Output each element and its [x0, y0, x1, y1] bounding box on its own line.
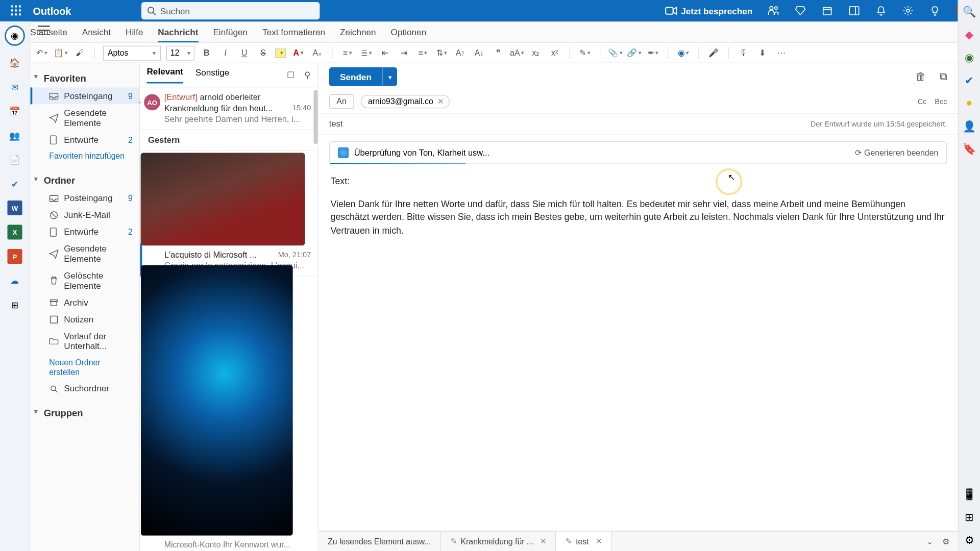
mic-button[interactable]: 🎤: [707, 46, 720, 59]
search-rail-icon[interactable]: 🔍: [963, 6, 975, 18]
files-rail-icon[interactable]: 📄: [8, 152, 22, 167]
more-apps-rail-icon[interactable]: ⊞: [8, 297, 22, 312]
message-item[interactable]: › AO [Entwurf] arnold oberleiter Krankme…: [140, 87, 317, 130]
undo-button[interactable]: ↶: [35, 46, 48, 59]
more-button[interactable]: ⋯: [775, 46, 788, 59]
gear-icon[interactable]: [902, 5, 914, 17]
nav-drafts[interactable]: Entwürfe2: [30, 131, 139, 148]
bullets-button[interactable]: ≡: [340, 46, 354, 59]
delete-draft-icon[interactable]: 🗑: [915, 70, 926, 83]
bell-icon[interactable]: [875, 5, 887, 17]
folders-section[interactable]: Ordner: [30, 171, 139, 190]
calendar-day-icon[interactable]: [821, 5, 834, 17]
dictate-button[interactable]: 🎙: [737, 46, 750, 59]
tabs-settings-icon[interactable]: ⚙: [942, 537, 950, 546]
subject-row[interactable]: test Der Entwurf wurde um 15:54 gespeich…: [318, 114, 958, 135]
stop-generating-button[interactable]: ⟳ Generieren beenden: [855, 148, 939, 157]
body-text[interactable]: Vielen Dank für Ihre netten Worte und da…: [330, 197, 945, 237]
italic-button[interactable]: I: [219, 46, 232, 59]
calendar-rail-icon[interactable]: 📅: [8, 104, 22, 118]
tab-draw[interactable]: Zeichnen: [340, 27, 376, 37]
signature-button[interactable]: ✒: [646, 46, 659, 59]
link-button[interactable]: 🔗: [627, 46, 641, 59]
nav-notes[interactable]: Notizen: [30, 311, 139, 328]
reading-tab-2[interactable]: ✎Krankmeldung für ...✕: [441, 532, 556, 551]
app-launcher-icon[interactable]: [0, 6, 32, 16]
case-button[interactable]: aA: [510, 46, 524, 59]
popout-icon[interactable]: ⧉: [940, 70, 947, 83]
tab-message[interactable]: Nachricht: [158, 27, 198, 42]
bcc-button[interactable]: Bcc: [935, 97, 947, 106]
copilot-side-icon[interactable]: ◆: [963, 28, 975, 40]
highlight-button[interactable]: [275, 48, 286, 57]
styles-button[interactable]: ✎: [578, 46, 592, 59]
send-button[interactable]: Senden: [329, 67, 382, 86]
nav-archive[interactable]: Archiv: [30, 294, 139, 311]
word-rail-icon[interactable]: W: [8, 201, 22, 215]
nav-history[interactable]: Verlauf der Unterhalt...: [30, 328, 139, 355]
nav-sent-2[interactable]: Gesendete Elemente: [30, 240, 139, 267]
compose-body[interactable]: Text: Vielen Dank für Ihre netten Worte …: [318, 167, 958, 245]
add-favorite-link[interactable]: Favoriten hinzufügen: [30, 148, 139, 164]
reading-tab-1[interactable]: Zu lesendes Element ausw...: [318, 532, 442, 551]
nav-inbox[interactable]: Posteingang9: [30, 87, 139, 104]
excel-rail-icon[interactable]: X: [8, 224, 22, 239]
tab-help[interactable]: Hilfe: [126, 27, 143, 37]
collapse-tabs-icon[interactable]: ⌄: [926, 537, 933, 546]
nav-sent[interactable]: Gesendete Elemente: [30, 104, 139, 131]
font-select[interactable]: Aptos▾: [103, 45, 161, 60]
clear-format-button[interactable]: Aₓ: [310, 46, 324, 59]
strike-button[interactable]: S: [256, 46, 270, 59]
reading-tab-3[interactable]: ✎test✕: [556, 532, 612, 551]
cc-button[interactable]: Cc: [918, 97, 927, 106]
font-size-select[interactable]: 12▾: [166, 45, 194, 60]
numbering-button[interactable]: ≣: [359, 46, 373, 59]
notes-rail-icon[interactable]: ●: [963, 97, 975, 109]
grow-font-button[interactable]: A↑: [454, 46, 467, 59]
download-button[interactable]: ⬇: [756, 46, 769, 59]
spacing-button[interactable]: ⇅: [435, 46, 448, 59]
superscript-button[interactable]: x²: [548, 46, 561, 59]
thread-chevron-icon[interactable]: ›: [139, 98, 141, 106]
indent-button[interactable]: ⇥: [397, 46, 410, 59]
nav-inbox-2[interactable]: Posteingang9: [30, 190, 139, 207]
tab-format[interactable]: Text formatieren: [262, 27, 325, 37]
scrollbar-thumb[interactable]: [314, 90, 318, 144]
tab-view[interactable]: Ansicht: [82, 27, 111, 37]
underline-button[interactable]: U: [238, 46, 251, 59]
expand-side-icon[interactable]: ⊞: [963, 511, 975, 523]
copilot-ribbon-button[interactable]: ◉: [676, 46, 690, 59]
align-button[interactable]: ≡: [416, 46, 429, 59]
phone-rail-icon[interactable]: 📱: [963, 488, 975, 500]
shrink-font-button[interactable]: A↓: [473, 46, 486, 59]
send-split-button[interactable]: Senden ▾: [329, 67, 397, 86]
panel-icon[interactable]: [848, 5, 861, 17]
nav-junk[interactable]: Junk-E-Mail: [30, 207, 139, 223]
focused-tab[interactable]: Relevant: [146, 67, 183, 84]
todo-rail-icon[interactable]: ✔: [8, 176, 22, 191]
nav-deleted[interactable]: Gelöschte Elemente: [30, 267, 139, 294]
ppt-rail-icon[interactable]: P: [8, 249, 22, 264]
other-tab[interactable]: Sonstige: [195, 67, 230, 83]
favorites-section[interactable]: Favoriten: [30, 69, 139, 88]
font-color-button[interactable]: A: [291, 46, 305, 59]
filter-icon[interactable]: ⚲: [304, 70, 311, 80]
outdent-button[interactable]: ⇤: [378, 46, 391, 59]
to-button[interactable]: An: [329, 94, 354, 109]
remove-recipient-icon[interactable]: ✕: [437, 97, 444, 106]
tab-options[interactable]: Optionen: [391, 27, 427, 37]
contacts-rail-icon[interactable]: 👤: [963, 120, 975, 132]
teams-icon[interactable]: [767, 5, 779, 17]
recipient-chip[interactable]: arnio93@gmail.co ✕: [360, 95, 449, 108]
bold-button[interactable]: B: [200, 46, 213, 59]
mail-rail-icon[interactable]: ✉: [8, 80, 22, 94]
nav-search-folders[interactable]: Suchordner: [30, 380, 139, 397]
attach-button[interactable]: 📎: [608, 46, 622, 59]
select-all-icon[interactable]: ☐: [287, 70, 295, 80]
subscript-button[interactable]: x₂: [529, 46, 542, 59]
search-input[interactable]: Suchen: [141, 2, 320, 19]
paste-button[interactable]: 📋: [54, 46, 67, 59]
bookmarks-rail-icon[interactable]: 🔖: [963, 143, 975, 155]
home-rail-icon[interactable]: 🏠: [8, 55, 22, 70]
tasks-rail-icon[interactable]: ✔: [963, 74, 975, 86]
